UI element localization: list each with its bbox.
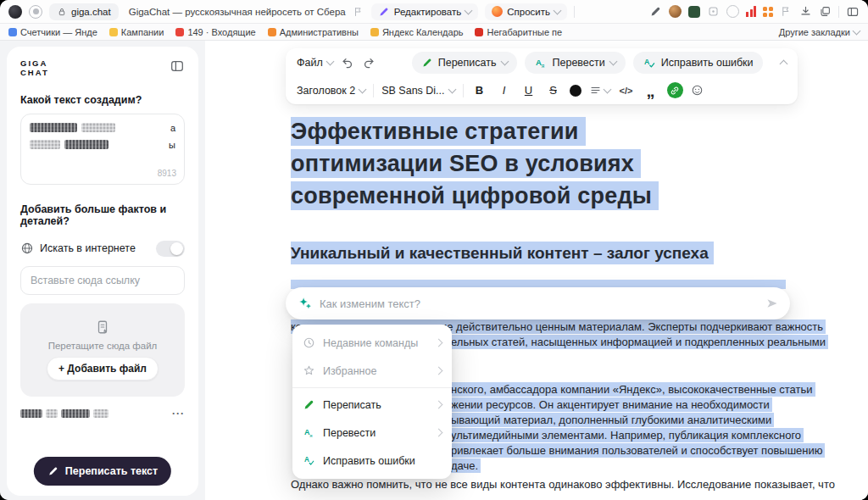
apps-grid-icon[interactable] bbox=[763, 7, 773, 17]
file-menu-button[interactable]: ··· bbox=[172, 408, 185, 419]
bookmark-item[interactable]: Счетчики — Янде bbox=[8, 27, 97, 37]
doc-paragraph-line[interactable]: ривлекает больше внимания пользователей … bbox=[451, 443, 825, 458]
doc-heading-1[interactable]: Эффективные стратегии оптимизации SEO в … bbox=[291, 115, 659, 212]
globe-icon bbox=[20, 242, 34, 255]
side-panel-icon[interactable] bbox=[846, 5, 860, 19]
file-menu[interactable]: Файл bbox=[297, 57, 333, 69]
command-placeholder: Как изменим текст? bbox=[320, 297, 420, 310]
bookmark-item[interactable]: Административны bbox=[268, 27, 359, 37]
menu-item-rewrite[interactable]: Переписать bbox=[292, 391, 452, 419]
menu-item-translate[interactable]: Перевести bbox=[292, 419, 452, 447]
list-button[interactable] bbox=[589, 84, 610, 97]
divider bbox=[292, 387, 452, 388]
editor-canvas[interactable]: Файл Переписать Перевести Исправить ошиб… bbox=[205, 41, 868, 500]
bookmark-flag-icon[interactable] bbox=[353, 6, 364, 18]
redo-button[interactable] bbox=[362, 56, 376, 69]
doc-paragraph-line[interactable]: нского, амбассадора компании «Яндекс», в… bbox=[451, 382, 815, 397]
other-bookmarks[interactable]: Другие закладки bbox=[779, 27, 860, 37]
font-select[interactable]: SB Sans Di... bbox=[381, 85, 454, 97]
bookmark-item[interactable]: Кампании bbox=[109, 27, 164, 37]
bookmark-item[interactable]: 149 · Входящие bbox=[175, 27, 255, 37]
workspace-avatar[interactable] bbox=[688, 6, 700, 18]
divider bbox=[463, 84, 464, 97]
dropzone-label: Перетащите сюда файл bbox=[48, 341, 158, 351]
web-search-label: Искать в интернете bbox=[40, 242, 136, 254]
doc-h2-text: Уникальный и качественный контент – зало… bbox=[291, 242, 714, 264]
doc-paragraph-line[interactable]: ывающий материал, дополненный глубокими … bbox=[451, 413, 774, 427]
link-button[interactable] bbox=[667, 82, 683, 98]
chevron-down-icon bbox=[609, 57, 617, 65]
chevron-down-icon bbox=[554, 6, 562, 14]
menu-item-favorites[interactable]: Избранное bbox=[292, 357, 452, 385]
clock-icon bbox=[303, 336, 315, 349]
doc-paragraph-line[interactable]: жении ресурсов. Он акцентирует внимание … bbox=[451, 397, 772, 412]
bookmark-favicon bbox=[370, 28, 379, 36]
fix-errors-button[interactable]: Исправить ошибки bbox=[633, 52, 763, 74]
strikethrough-button[interactable]: S bbox=[545, 84, 562, 97]
lock-icon bbox=[57, 7, 67, 17]
browser-chrome: giga.chat GigaChat — русскоязычная нейро… bbox=[0, 0, 868, 24]
prompt-textarea[interactable]: а ы 8913 bbox=[20, 114, 185, 185]
ask-ai-button[interactable]: Спросить bbox=[485, 3, 567, 20]
web-search-toggle[interactable] bbox=[156, 241, 185, 257]
chevron-right-icon bbox=[435, 367, 443, 375]
doc-paragraph-line[interactable]: ельных статей, насыщенных информацией и … bbox=[451, 335, 828, 349]
quote-button[interactable]: „ bbox=[643, 86, 659, 95]
flag-extension-icon[interactable] bbox=[780, 5, 793, 18]
emoji-button[interactable] bbox=[691, 84, 704, 97]
chevron-down-icon bbox=[359, 85, 367, 93]
doc-paragraph-line[interactable]: даче. bbox=[451, 458, 481, 473]
copy-stack-icon[interactable] bbox=[819, 5, 832, 18]
bookmark-item[interactable]: Яндекс Календарь bbox=[370, 27, 464, 37]
doc-paragraph-line[interactable]: ультимедийными элементами. Например, пуб… bbox=[451, 428, 804, 442]
code-button[interactable]: </> bbox=[618, 86, 635, 96]
browser-window: giga.chat GigaChat — русскоязычная нейро… bbox=[0, 0, 868, 500]
extensions-icon[interactable] bbox=[29, 5, 42, 19]
puzzle-extension-icon[interactable] bbox=[707, 5, 720, 18]
page-title: GigaChat — русскоязычная нейросеть от Сб… bbox=[129, 7, 346, 17]
add-file-button[interactable]: + Добавить файл bbox=[47, 357, 159, 381]
downloads-icon[interactable] bbox=[799, 5, 812, 18]
metrika-chart-icon[interactable] bbox=[746, 6, 756, 17]
rewrite-text-button[interactable]: Переписать текст bbox=[34, 457, 171, 486]
send-icon[interactable] bbox=[765, 297, 779, 310]
address-bar[interactable]: giga.chat bbox=[49, 3, 119, 20]
bookmark-favicon bbox=[8, 28, 17, 36]
heading-select[interactable]: Заголовок 2 bbox=[297, 85, 365, 97]
text-color-button[interactable] bbox=[570, 85, 581, 97]
bookmark-item[interactable]: Негабаритные пе bbox=[475, 27, 562, 37]
bold-button[interactable]: B bbox=[471, 84, 488, 97]
translate-button[interactable]: Перевести bbox=[525, 52, 626, 74]
link-input[interactable]: Вставьте сюда ссылку bbox=[20, 266, 185, 295]
browser-menu-icon[interactable] bbox=[8, 5, 22, 19]
doc-h1-line: Эффективные стратегии bbox=[291, 117, 586, 146]
link-placeholder: Вставьте сюда ссылку bbox=[31, 275, 140, 286]
ai-command-input[interactable]: Как изменим текст? bbox=[286, 287, 790, 319]
extensions-tray bbox=[649, 5, 860, 19]
file-dropzone[interactable]: Перетащите сюда файл + Добавить файл bbox=[20, 303, 185, 397]
redacted-text bbox=[81, 123, 115, 132]
profile-avatar[interactable] bbox=[669, 5, 682, 18]
rewrite-button[interactable]: Переписать bbox=[412, 52, 517, 74]
edit-ai-button[interactable]: Редактировать bbox=[371, 3, 478, 20]
attached-file-row[interactable]: ··· bbox=[20, 408, 185, 419]
chevron-down-icon bbox=[465, 6, 473, 14]
redacted-text bbox=[61, 409, 90, 418]
adblock-icon[interactable] bbox=[726, 5, 739, 18]
underline-button[interactable]: U bbox=[520, 84, 537, 97]
file-edit-icon bbox=[95, 319, 110, 335]
menu-item-fix-errors[interactable]: Исправить ошибки bbox=[292, 447, 452, 475]
pen-tool-icon[interactable] bbox=[649, 5, 662, 18]
divider bbox=[574, 6, 575, 18]
chevron-down-icon bbox=[448, 85, 456, 93]
italic-button[interactable]: I bbox=[496, 84, 513, 97]
bookmarks-bar: Счетчики — Янде Кампании 149 · Входящие … bbox=[0, 24, 868, 41]
menu-item-recent-commands[interactable]: Недавние команды bbox=[292, 329, 452, 357]
address-text: giga.chat bbox=[71, 7, 111, 17]
undo-button[interactable] bbox=[341, 56, 354, 69]
sidebar-collapse-icon[interactable] bbox=[170, 58, 185, 74]
doc-heading-2[interactable]: Уникальный и качественный контент – зало… bbox=[291, 244, 714, 263]
collapse-toolbar-button[interactable] bbox=[781, 58, 787, 67]
ask-ai-label: Спросить bbox=[507, 7, 550, 17]
doc-paragraph-line[interactable]: Однако важно помнить, что не все виды ко… bbox=[291, 477, 835, 492]
